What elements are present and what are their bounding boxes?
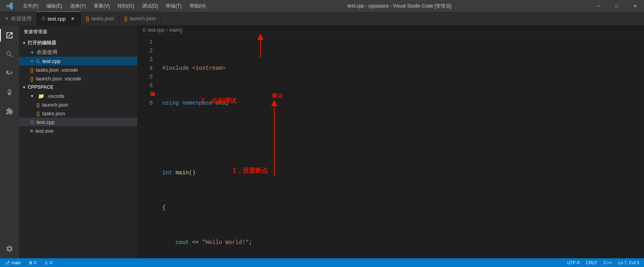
line-numbers: 1 2 3 4 ⌄ 5 6 7 8 [138, 38, 158, 258]
tab-test-cpp-label: test.cpp [47, 16, 66, 22]
minimize-button[interactable]: ─ [589, 0, 608, 12]
window-title: test.cpp - cppspace - Visual Studio Code… [209, 3, 589, 10]
editor-area: G test.cpp › main() 1 2 3 4 ⌄ 5 6 7 [138, 26, 644, 258]
breakpoint-indicator[interactable] [151, 92, 155, 96]
menu-debug[interactable]: 调试(D) [138, 0, 162, 12]
breadcrumb-separator: › [166, 27, 167, 33]
std-namespace: std [215, 99, 225, 107]
menu-help[interactable]: 帮助(H) [186, 0, 210, 12]
statusbar-right: UTF-8 CRLF C++ Ln 7, Col 5 [566, 260, 641, 265]
status-errors[interactable]: ⊗ 0 [27, 260, 38, 265]
menu-goto[interactable]: 转到(G) [114, 0, 138, 12]
error-icon: ⊗ [29, 260, 32, 265]
close-button[interactable]: ✕ [626, 0, 644, 12]
tab-tasks-json[interactable]: {} tasks.json [81, 11, 120, 25]
tab-welcome[interactable]: ✦ 欢迎使用 [0, 11, 37, 25]
activity-debug[interactable] [0, 83, 19, 102]
status-branch-name: main [11, 260, 21, 265]
maximize-button[interactable]: □ [608, 0, 626, 12]
tab-launch-json[interactable]: {} launch.json [120, 11, 161, 25]
open-editor-welcome[interactable]: ✦ 欢迎使用 [19, 48, 137, 57]
file-test-exe[interactable]: ≡ test.exe [19, 126, 137, 135]
open-editor-launch-json[interactable]: {} launch.json .vscode [19, 74, 137, 83]
status-warnings[interactable]: ⚠ 0 [43, 260, 54, 265]
menu-edit[interactable]: 编辑(E) [42, 0, 66, 12]
cursor-position: Ln 7, Col 5 [618, 260, 639, 265]
tab-launch-json-label: launch.json [130, 15, 156, 21]
include-keyword: #include [162, 64, 189, 72]
line-num-1: 1 [141, 38, 153, 46]
activity-git[interactable] [0, 64, 19, 83]
line-num-7: 7 [141, 90, 153, 99]
code-content[interactable]: #include <iostream> using namespace std … [158, 38, 644, 258]
menu-select[interactable]: 选择(Y) [66, 0, 90, 12]
status-cursor[interactable]: Ln 7, Col 5 [617, 260, 641, 265]
code-editor[interactable]: 1 2 3 4 ⌄ 5 6 7 8 #include [138, 34, 644, 258]
open-editor-test-cpp-name: test.cpp [42, 58, 61, 64]
activity-search[interactable] [0, 45, 19, 64]
window-controls[interactable]: ─ □ ✕ [589, 0, 644, 12]
tab-welcome-label: 欢迎使用 [11, 15, 32, 22]
folder-vscode[interactable]: ▼ 📁 .vscode [19, 92, 137, 100]
code-line-2: using namespace std ; [162, 99, 644, 107]
line-ending-value: CRLF [586, 260, 597, 265]
vscode-logo [0, 2, 19, 10]
folder-vscode-chevron: ▼ [30, 94, 34, 98]
status-encoding[interactable]: UTF-8 [566, 260, 581, 265]
breadcrumb: G test.cpp › main() [138, 26, 644, 34]
git-icon: ⎇ [5, 260, 10, 265]
status-branch[interactable]: ⎇ main [3, 260, 23, 265]
open-editor-tasks-json[interactable]: {} tasks.json .vscode [19, 65, 137, 74]
status-bar: ⎇ main ⊗ 0 ⚠ 0 UTF-8 CRLF C++ Ln 7, Col … [0, 258, 644, 267]
json-icon-launch: {} [36, 102, 40, 108]
titlebar-menu[interactable]: 文件(F) 编辑(E) 选择(Y) 查看(V) 转到(G) 调试(D) 终端(T… [19, 0, 209, 12]
main-function: main [176, 168, 189, 177]
int-keyword: int [162, 168, 172, 177]
exe-icon: ≡ [30, 128, 33, 134]
workspace-header[interactable]: ▼ CPPSPACE [19, 83, 137, 92]
vscode-tab-icon: ✦ [5, 16, 9, 21]
menu-terminal[interactable]: 终端(T) [162, 0, 185, 12]
open-editors-header[interactable]: ▼ 打开的编辑器 [19, 38, 137, 48]
open-editor-test-cpp[interactable]: ✕ G test.cpp [19, 57, 137, 65]
breadcrumb-function[interactable]: main() [169, 27, 182, 33]
code-line-3 [162, 134, 644, 142]
warning-icon: ⚠ [44, 260, 48, 265]
workspace-chevron: ▼ [22, 85, 26, 90]
tab-test-cpp[interactable]: G test.cpp ✕ [37, 11, 81, 25]
tab-tasks-json-label: tasks.json [91, 15, 114, 21]
activity-settings[interactable] [0, 239, 19, 258]
file-test-cpp[interactable]: G test.cpp [19, 118, 137, 126]
sidebar-title: 资源管理器 [19, 26, 137, 38]
line-num-3: 3 [141, 55, 153, 64]
cpp-modified-icon: ✕ [30, 59, 34, 64]
menu-file[interactable]: 文件(F) [19, 0, 42, 12]
status-language[interactable]: C++ [602, 260, 614, 265]
sidebar: 资源管理器 ▼ 打开的编辑器 ✦ 欢迎使用 ✕ G test.cpp {} ta… [19, 26, 138, 258]
file-test-exe-name: test.exe [36, 128, 54, 134]
line-num-6: 6 [141, 81, 153, 90]
code-line-6: cout << "Hello World!" ; [162, 238, 644, 247]
status-error-count: 0 [34, 260, 36, 265]
status-warning-count: 0 [50, 260, 52, 265]
file-tasks-json[interactable]: {} tasks.json [19, 109, 137, 118]
activity-explorer[interactable] [0, 26, 19, 45]
menu-view[interactable]: 查看(V) [90, 0, 114, 12]
json-icon-tasks: {} [36, 111, 40, 116]
activity-extensions[interactable] [0, 102, 19, 121]
open-editors-chevron: ▼ [22, 41, 26, 45]
cout-identifier: cout [176, 238, 189, 247]
json-tab-icon-tasks: {} [86, 16, 89, 21]
tab-test-cpp-close[interactable]: ✕ [70, 15, 76, 22]
status-line-ending[interactable]: CRLF [584, 260, 599, 265]
breadcrumb-cpp-icon: G [142, 27, 146, 33]
language-value: C++ [604, 260, 612, 265]
line-num-8: 8 [141, 99, 153, 107]
file-launch-json[interactable]: {} launch.json [19, 100, 137, 109]
line-num-5: ⌄ 5 [141, 72, 153, 81]
json-tab-icon-launch: {} [124, 16, 127, 21]
line-num-2: 2 [141, 46, 153, 55]
open-editors-label: 打开的编辑器 [28, 40, 56, 46]
breadcrumb-file[interactable]: test.cpp [148, 27, 164, 33]
folder-icon: 📁 [38, 93, 44, 99]
